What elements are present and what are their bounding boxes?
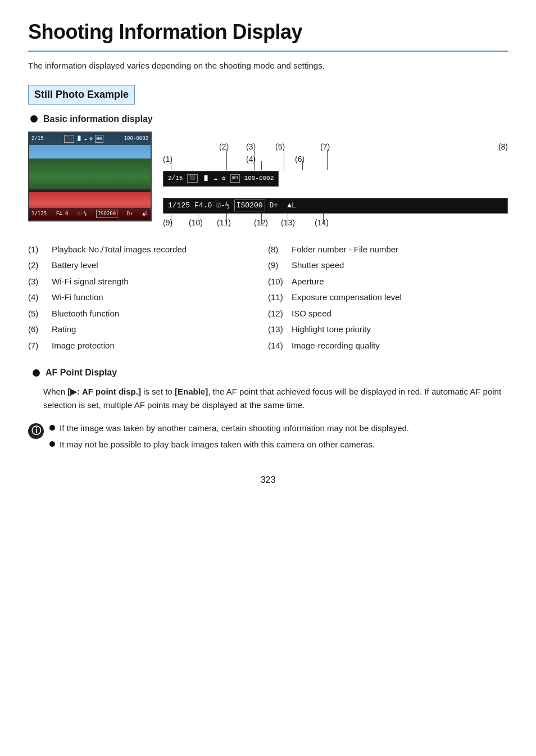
display-bottom: 1/125 F4.0 ☑-⅓ ISO200 D+ ▲L xyxy=(163,198,508,214)
num-label-14: (14) xyxy=(315,217,329,229)
diagram-area: 2/15 ⬛ ▐▌ ☁ ✿ ⊞⊟ 100-0002 1/125 F4.0 ☑-⅓… xyxy=(28,132,508,232)
page-title: Shooting Information Display xyxy=(28,17,508,47)
af-bold1: [▶: AF point disp.] xyxy=(67,387,141,396)
af-bold2: [Enable] xyxy=(175,387,208,396)
item-5-num: (5) xyxy=(28,307,52,320)
item-5: (5) Bluetooth function xyxy=(28,306,268,322)
num-label-2: (2) xyxy=(219,141,229,153)
item-14-num: (14) xyxy=(268,339,292,352)
item-9: (9) Shutter speed xyxy=(268,257,508,274)
note-bullet-2: It may not be possible to play back imag… xyxy=(49,438,409,451)
screen-trees xyxy=(29,159,151,189)
camera-top-left: 2/15 xyxy=(31,135,44,143)
item-13-label: Highlight tone priority xyxy=(292,323,371,336)
disp-top-wifi-func: ☁ xyxy=(214,174,217,183)
item-11: (11) Exposure compensation level xyxy=(268,289,508,306)
item-2-num: (2) xyxy=(28,259,52,272)
bullet-dot-1 xyxy=(30,115,38,123)
item-6-num: (6) xyxy=(28,323,52,336)
camera-top-bar: 2/15 ⬛ ▐▌ ☁ ✿ ⊞⊟ 100-0002 xyxy=(29,133,151,145)
page-number: 323 xyxy=(28,473,508,487)
item-11-label: Exposure compensation level xyxy=(292,291,402,304)
note-text-1: If the image was taken by another camera… xyxy=(60,422,409,435)
item-13: (13) Highlight tone priority xyxy=(268,322,508,338)
item-12-num: (12) xyxy=(268,307,292,320)
item-14-label: Image-recording quality xyxy=(292,339,380,352)
camera-quality: ▲L xyxy=(142,210,148,218)
disp-top-wifi-signal: ▐▌ xyxy=(202,174,209,183)
af-text-prefix: When xyxy=(43,387,67,396)
item-3: (3) Wi-Fi signal strength xyxy=(28,274,268,290)
item-3-label: Wi-Fi signal strength xyxy=(52,275,129,288)
af-heading: AF Point Display xyxy=(33,366,508,379)
section-label: Still Photo Example xyxy=(28,85,135,105)
note-bullet-1: If the image was taken by another camera… xyxy=(49,422,409,435)
item-7-label: Image protection xyxy=(52,339,115,352)
disp-top-bluetooth: ✿ xyxy=(222,174,226,183)
note-dot-2 xyxy=(49,441,55,447)
item-10-num: (10) xyxy=(268,275,292,288)
camera-top-icons: ⬛ ▐▌ ☁ ✿ ⊞⊟ xyxy=(64,135,103,143)
item-6-label: Rating xyxy=(52,323,76,336)
camera-bottom-bar: 1/125 F4.0 ☑-⅓ ISO200 D+ ▲L xyxy=(29,208,151,220)
item-7-num: (7) xyxy=(28,339,52,352)
num-label-11: (11) xyxy=(217,217,231,229)
num-label-6: (6) xyxy=(295,153,305,165)
item-10-label: Aperture xyxy=(292,275,324,288)
item-2: (2) Battery level xyxy=(28,257,268,274)
disp-bot-quality: ▲L xyxy=(287,200,296,211)
disp-bot-shutter: 1/125 xyxy=(168,200,190,211)
caution-icon: ⓘ xyxy=(28,423,44,439)
item-4-num: (4) xyxy=(28,291,52,304)
note-bullets: If the image was taken by another camera… xyxy=(49,422,409,451)
item-1: (1) Playback No./Total images recorded xyxy=(28,242,268,258)
title-divider xyxy=(28,51,508,52)
item-5-label: Bluetooth function xyxy=(52,307,119,320)
disp-bot-exposure: ☑-⅓ xyxy=(216,200,229,211)
note-text-2: It may not be possible to play back imag… xyxy=(60,438,375,451)
disp-top-folder: 100-0002 xyxy=(244,174,274,183)
af-heading-label: AF Point Display xyxy=(46,366,117,379)
disp-top-protect: ⊞⊟ xyxy=(230,174,240,183)
disp-top-counter: 2/15 xyxy=(168,174,183,183)
item-10: (10) Aperture xyxy=(268,274,508,290)
af-point-section: AF Point Display When [▶: AF point disp.… xyxy=(30,366,508,412)
camera-iso: ISO200 xyxy=(96,210,118,219)
bullet1-heading: Basic information display xyxy=(30,112,508,126)
item-8-label: Folder number - File number xyxy=(292,243,398,256)
af-body: When [▶: AF point disp.] is set to [Enab… xyxy=(43,385,508,412)
disp-bot-aperture: F4.0 xyxy=(194,200,212,211)
item-1-num: (1) xyxy=(28,243,52,256)
item-4: (4) Wi-Fi function xyxy=(28,289,268,306)
camera-top-right: 100-0002 xyxy=(124,135,148,143)
callout-diagram: (1) (2) (3) (4) (5) (6) (7) (8) 2/15 ⬛ ▐… xyxy=(152,132,508,232)
num-label-8: (8) xyxy=(498,141,508,153)
num-label-10: (10) xyxy=(189,217,203,229)
item-1-label: Playback No./Total images recorded xyxy=(52,243,187,256)
disp-bot-iso: ISO200 xyxy=(234,200,265,212)
display-top: 2/15 ⬛ ▐▌ ☁ ✿ ⊞⊟ 100-0002 xyxy=(163,171,279,187)
item-2-label: Battery level xyxy=(52,259,98,272)
section-header: Still Photo Example xyxy=(28,85,508,112)
num-label-12: (12) xyxy=(254,217,268,229)
bullet-dot-2 xyxy=(33,369,40,377)
camera-exposure: ☑-⅓ xyxy=(78,210,87,218)
disp-top-battery: ⬛ xyxy=(187,174,198,183)
item-12-label: ISO speed xyxy=(292,307,331,320)
camera-screen: 2/15 ⬛ ▐▌ ☁ ✿ ⊞⊟ 100-0002 1/125 F4.0 ☑-⅓… xyxy=(28,132,152,221)
item-11-num: (11) xyxy=(268,291,292,304)
num-label-7: (7) xyxy=(320,141,330,153)
num-label-9: (9) xyxy=(163,217,172,229)
note-dot-1 xyxy=(49,425,55,431)
camera-shutter: 1/125 xyxy=(31,210,47,218)
item-6: (6) Rating xyxy=(28,322,268,338)
item-8: (8) Folder number - File number xyxy=(268,242,508,258)
num-label-13: (13) xyxy=(281,217,295,229)
item-13-num: (13) xyxy=(268,323,292,336)
item-9-label: Shutter speed xyxy=(292,259,344,272)
item-14: (14) Image-recording quality xyxy=(268,338,508,354)
item-9-num: (9) xyxy=(268,259,292,272)
item-4-label: Wi-Fi function xyxy=(52,291,103,304)
af-text-mid: is set to xyxy=(141,387,175,396)
intro-text: The information displayed varies dependi… xyxy=(28,60,508,73)
